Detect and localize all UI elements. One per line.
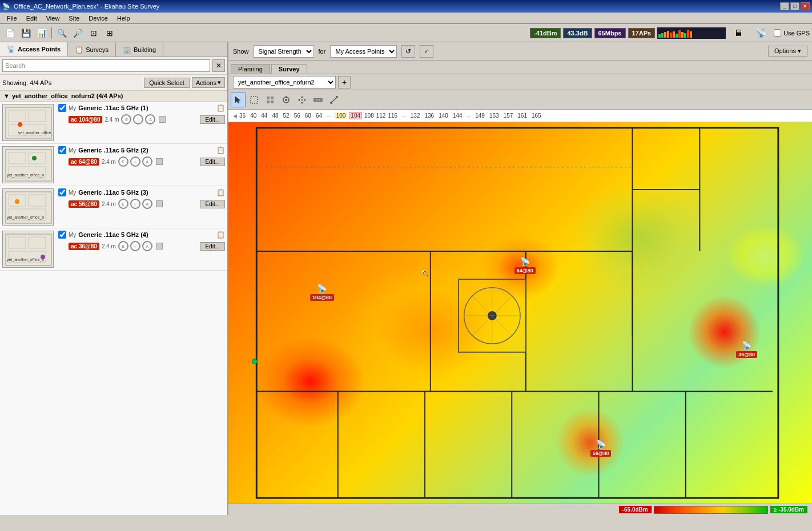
menu-bar: File Edit View Site Device Help xyxy=(0,13,812,24)
heatmap-area[interactable]: 📡 104@80 📡 64@80 📡 36@80 📡 56@80 ↖ xyxy=(228,122,812,504)
ap-count-status: 17APs xyxy=(628,28,656,38)
ap-copy-icon-4[interactable]: 📋 xyxy=(216,231,225,239)
place-ap-tool[interactable] xyxy=(279,92,294,107)
ch-sep3: -- xyxy=(467,112,471,119)
ap-edit-button-2[interactable]: Edit... xyxy=(200,158,225,166)
new-button[interactable]: 📄 xyxy=(2,26,17,41)
menu-view[interactable]: View xyxy=(42,14,65,23)
actions-label: Actions xyxy=(196,79,216,86)
ap-marker-64[interactable]: 📡 64@80 xyxy=(514,256,536,274)
svg-rect-29 xyxy=(251,96,258,103)
antenna-icon-button[interactable]: 📡 xyxy=(751,26,771,41)
grid-tool[interactable] xyxy=(263,92,278,107)
menu-file[interactable]: File xyxy=(2,14,22,23)
signal-ratio-status: 43.3dB xyxy=(563,28,592,38)
surveys-tab-label: Surveys xyxy=(86,46,108,53)
measure-tool[interactable] xyxy=(311,92,325,107)
list-item: yet_another_office_n My Generic .11ac 5 … xyxy=(0,102,227,144)
network-icon-button[interactable]: 🖥 xyxy=(728,26,749,41)
ap-edit-button-3[interactable]: Edit... xyxy=(200,200,225,208)
stats-button[interactable]: 📊 xyxy=(34,26,49,41)
list-item: yet_another_office_n My Generic .11ac 5 … xyxy=(0,228,227,271)
zoom-in-button[interactable]: 🔍 xyxy=(54,26,69,41)
minimize-button[interactable]: _ xyxy=(780,2,789,10)
close-button[interactable]: ✕ xyxy=(801,2,810,10)
move-icon xyxy=(298,95,307,104)
ch-56: 56 xyxy=(294,112,300,119)
options-button[interactable]: Options ▾ xyxy=(768,46,807,57)
svg-point-19 xyxy=(15,199,19,204)
ap-filter-select[interactable]: My Access Points xyxy=(330,45,397,58)
ap-my-label-3: My xyxy=(69,190,76,196)
floor-selector[interactable]: yet_another_office_nofurn2 xyxy=(233,76,336,88)
ap-checkbox-3[interactable] xyxy=(58,188,66,196)
gps-checkbox[interactable] xyxy=(774,29,781,37)
actions-button[interactable]: Actions ▾ xyxy=(192,77,225,88)
access-points-tab-icon: 📡 xyxy=(7,45,15,53)
menu-help[interactable]: Help xyxy=(112,14,135,23)
ap-color-swatch-4[interactable] xyxy=(156,243,163,250)
ch-161: 161 xyxy=(517,112,527,119)
ch-sep1: -- xyxy=(327,112,331,119)
window-controls[interactable]: _ □ ✕ xyxy=(780,2,810,10)
tab-surveys[interactable]: 📋 Surveys xyxy=(68,42,116,57)
signal-type-select[interactable]: Signal Strength xyxy=(254,45,314,58)
ap-checkbox-1[interactable] xyxy=(58,104,66,112)
select-tool[interactable] xyxy=(231,92,246,107)
gps-checkbox-container[interactable]: Use GPS xyxy=(774,29,810,37)
search-input[interactable] xyxy=(2,59,210,72)
tab-building[interactable]: 🏢 Building xyxy=(116,42,163,57)
cursor-indicator: ↖ xyxy=(421,267,428,278)
ap-channel-badge-1: ac 104@80 xyxy=(69,116,102,123)
menu-edit[interactable]: Edit xyxy=(22,14,42,23)
ap-marker-36[interactable]: 📡 36@80 xyxy=(736,340,757,358)
surveys-tab-icon: 📋 xyxy=(75,46,83,54)
tab-survey[interactable]: Survey xyxy=(271,64,307,74)
ap-circles-1: E ○ A xyxy=(121,114,155,124)
ap-marker-56[interactable]: 📡 56@80 xyxy=(590,439,612,457)
menu-device[interactable]: Device xyxy=(84,14,112,23)
ap-label-104: 104@80 xyxy=(310,294,334,301)
ap-color-swatch-2[interactable] xyxy=(156,158,163,165)
access-points-tab-label: Access Points xyxy=(18,46,61,53)
grid-icon xyxy=(266,95,275,104)
ap-checkbox-4[interactable] xyxy=(58,231,66,239)
refresh-button[interactable]: ↺ xyxy=(401,45,415,58)
ap-copy-icon-1[interactable]: 📋 xyxy=(216,104,225,112)
measure-icon xyxy=(313,95,323,104)
ap-marker-icon-104: 📡 xyxy=(316,283,328,294)
ap-distance-3: 2.4 m xyxy=(102,201,116,207)
ch-44: 44 xyxy=(261,112,267,119)
ap-copy-icon-2[interactable]: 📋 xyxy=(216,146,225,154)
ap-detail-row-4: ac 36@80 2.4 m E ○ A Edit... xyxy=(69,241,225,251)
ap-marker-104[interactable]: 📡 104@80 xyxy=(310,283,334,301)
zoom-out-button[interactable]: 🔎 xyxy=(70,26,85,41)
ap-color-swatch-1[interactable] xyxy=(159,116,166,123)
zoom-fit-button[interactable]: ⊡ xyxy=(86,26,101,41)
ap-map-thumbnail-1: yet_another_office_n xyxy=(2,104,54,141)
ap-circle-c-4: ○ xyxy=(130,241,140,251)
ap-circle-e-4: E xyxy=(118,241,128,251)
add-floor-button[interactable]: + xyxy=(338,76,351,88)
ap-edit-button-1[interactable]: Edit... xyxy=(200,115,225,124)
menu-site[interactable]: Site xyxy=(64,14,84,23)
ap-copy-icon-3[interactable]: 📋 xyxy=(216,188,225,196)
ap-toolbar: Showing: 4/4 APs Quick Select Actions ▾ xyxy=(0,75,227,91)
zoom-actual-button[interactable]: ⊞ xyxy=(102,26,117,41)
tab-access-points[interactable]: 📡 Access Points xyxy=(0,42,68,57)
clear-search-button[interactable]: ✕ xyxy=(212,59,225,72)
verify-button[interactable]: ✓ xyxy=(420,45,433,58)
maximize-button[interactable]: □ xyxy=(790,2,799,10)
ap-color-swatch-3[interactable] xyxy=(156,200,163,207)
select-rect-tool[interactable] xyxy=(247,92,262,107)
survey-path-tool[interactable] xyxy=(327,92,341,107)
ch-116: 116 xyxy=(388,112,397,119)
ap-edit-button-4[interactable]: Edit... xyxy=(200,242,225,251)
ap-checkbox-2[interactable] xyxy=(58,146,66,154)
ap-group-header[interactable]: ▼ yet_another_office_nofurn2 (4/4 APs) xyxy=(0,91,227,102)
window-title-text: Office_AC_Network_Plan.esx* - Ekahau Sit… xyxy=(14,3,159,10)
tab-planning[interactable]: Planning xyxy=(231,64,270,74)
save-button[interactable]: 💾 xyxy=(18,26,33,41)
quick-select-button[interactable]: Quick Select xyxy=(144,78,190,88)
move-tool[interactable] xyxy=(295,92,309,107)
